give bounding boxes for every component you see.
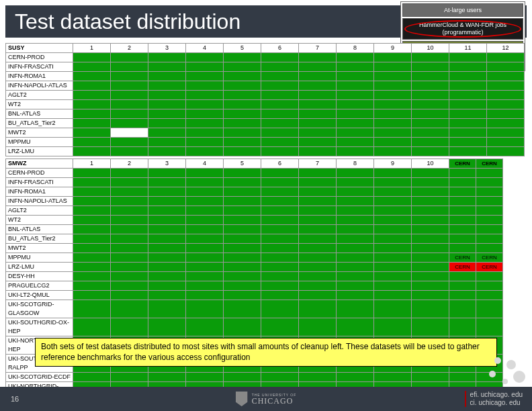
status-cell (299, 53, 337, 62)
status-cell (412, 300, 449, 318)
status-cell (148, 234, 186, 244)
site-name: MWT2 (6, 244, 73, 253)
status-cell (186, 253, 224, 263)
status-cell (261, 109, 299, 119)
status-cell (261, 138, 299, 147)
table-row: INFN-NAPOLI-ATLAS (6, 197, 503, 206)
table-row: UKI-SCOTGRID-ECDF (6, 373, 503, 382)
status-cell (148, 373, 186, 382)
status-cell (111, 281, 148, 291)
status-cell (148, 53, 186, 62)
status-cell (337, 234, 374, 244)
status-cell (111, 72, 148, 81)
status-cell (111, 244, 148, 253)
status-cell (412, 216, 449, 225)
status-cell (261, 72, 299, 81)
status-cell (73, 225, 111, 234)
site-name: UKI-SOUTHGRID-OX-HEP (6, 318, 73, 336)
status-cell (73, 272, 111, 281)
status-cell (337, 187, 374, 197)
site-name: BNL-ATLAS (6, 225, 73, 234)
status-cell (374, 72, 412, 81)
status-cell (111, 373, 148, 382)
status-cell (73, 281, 111, 291)
status-cell (299, 128, 337, 138)
status-cell (186, 206, 224, 216)
status-cell (224, 81, 261, 91)
site-name: DESY-HH (6, 272, 73, 281)
status-cell (487, 147, 525, 156)
status-cell (224, 197, 261, 206)
status-cell (111, 206, 148, 216)
status-cell (261, 300, 299, 318)
status-cell (299, 169, 337, 178)
extra-cell (476, 281, 503, 291)
footer: 16 THE UNIVERSITY OF CHICAGO efi. uchica… (0, 387, 532, 411)
status-cell (374, 253, 412, 263)
status-cell (73, 91, 111, 100)
status-cell (449, 53, 487, 62)
status-cell (337, 300, 374, 318)
status-cell (261, 373, 299, 382)
status-cell (224, 206, 261, 216)
status-cell (148, 138, 186, 147)
table-row: BU_ATLAS_Tier2 (6, 119, 525, 128)
status-cell (186, 318, 224, 336)
status-cell (148, 169, 186, 178)
status-cell (73, 234, 111, 244)
status-cell (148, 318, 186, 336)
status-cell (374, 147, 412, 156)
site-name: BNL-ATLAS (6, 109, 73, 119)
status-cell (261, 62, 299, 72)
status-cell (261, 291, 299, 300)
status-cell (73, 318, 111, 336)
status-cell (73, 373, 111, 382)
status-cell (261, 281, 299, 291)
extra-cell (476, 291, 503, 300)
status-cell (299, 225, 337, 234)
status-cell (186, 244, 224, 253)
status-cell (111, 291, 148, 300)
status-cell (374, 62, 412, 72)
status-cell (73, 62, 111, 72)
status-cell (186, 138, 224, 147)
status-cell (337, 281, 374, 291)
table-row: AGLT2 (6, 206, 503, 216)
extra-cell (449, 300, 476, 318)
shield-icon (236, 392, 248, 406)
status-cell (111, 272, 148, 281)
status-cell (148, 263, 186, 272)
status-cell (224, 300, 261, 318)
status-cell (261, 234, 299, 244)
col-header: 7 (299, 159, 337, 169)
extra-cell (476, 187, 503, 197)
status-cell (412, 53, 449, 62)
status-cell (449, 91, 487, 100)
status-cell (111, 234, 148, 244)
status-cell (186, 53, 224, 62)
site-name: BU_ATLAS_Tier2 (6, 119, 73, 128)
status-cell (299, 109, 337, 119)
status-cell (148, 272, 186, 281)
col-header: 6 (261, 159, 299, 169)
status-cell (224, 178, 261, 187)
table-row: MPPMU (6, 138, 525, 147)
status-cell (224, 281, 261, 291)
status-cell (412, 138, 449, 147)
col-header: 1 (73, 44, 111, 53)
status-cell (111, 169, 148, 178)
col-header: 10 (412, 44, 449, 53)
table-row: UKI-LT2-QMUL (6, 291, 503, 300)
site-name: MWT2 (6, 128, 73, 138)
table-row: LRZ-LMU (6, 147, 525, 156)
status-cell (186, 373, 224, 382)
status-cell (299, 72, 337, 81)
status-cell (186, 281, 224, 291)
extra-cell (476, 216, 503, 225)
status-cell (449, 81, 487, 91)
site-name: INFN-NAPOLI-ATLAS (6, 81, 73, 91)
extra-cell: CERN (449, 253, 476, 263)
status-cell (186, 169, 224, 178)
status-cell (111, 187, 148, 197)
status-cell (449, 72, 487, 81)
